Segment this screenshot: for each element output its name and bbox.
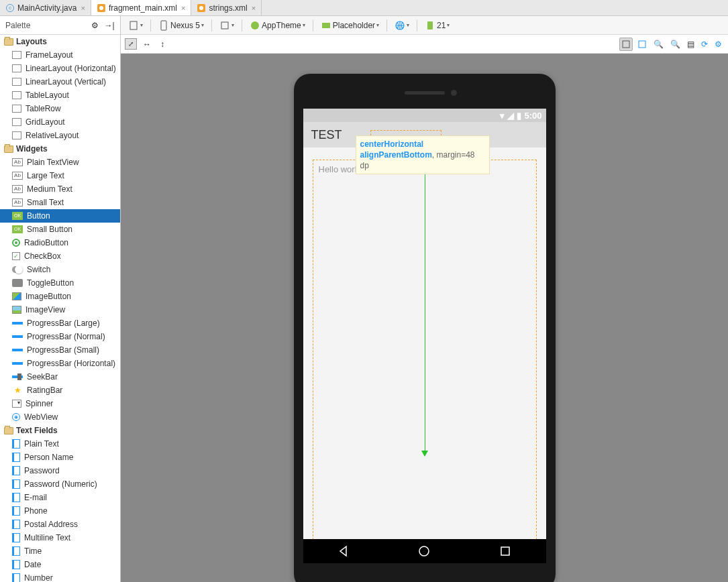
palette-item[interactable]: TableRow: [0, 102, 120, 115]
item-label: Multiline Text: [24, 533, 70, 542]
button-icon: OK: [12, 225, 23, 233]
palette-item[interactable]: TableLayout: [0, 89, 120, 102]
palette-item[interactable]: RadioButton: [0, 236, 120, 249]
svg-rect-1: [161, 21, 166, 30]
design-toolbar-2: ⤢ ↔ ↕ 🔍 🔍 ▤ ⟳ ⚙: [121, 35, 728, 54]
item-label: Large Text: [27, 171, 64, 180]
device-screen[interactable]: ▾ ◢ ▮ 5:00 TEST centerHorizontal alignPa…: [303, 109, 546, 563]
zoom-fit-icon[interactable]: ▤: [685, 38, 696, 51]
widget-icon: [12, 453, 20, 462]
align-h-icon[interactable]: ↔: [140, 38, 154, 51]
back-icon[interactable]: [337, 544, 350, 558]
palette-group[interactable]: Layouts: [0, 35, 120, 48]
palette-item[interactable]: ★RatingBar: [0, 384, 120, 397]
gear-icon[interactable]: ⚙: [89, 20, 100, 31]
check-icon: ✓: [12, 252, 20, 260]
item-label: Person Name: [24, 453, 73, 462]
widget-icon: [12, 51, 21, 59]
zoom-out-icon[interactable]: 🔍: [668, 38, 682, 51]
palette-item[interactable]: Postal Address: [0, 518, 120, 531]
tab-fragment-main[interactable]: fragment_main.xml ×: [91, 0, 191, 15]
item-label: Button: [27, 211, 50, 221]
palette-item[interactable]: ToggleButton: [0, 276, 120, 290]
palette-item[interactable]: GridLayout: [0, 115, 120, 129]
palette-item[interactable]: Multiline Text: [0, 531, 120, 544]
folder-icon: [4, 146, 13, 153]
palette-item[interactable]: ProgressBar (Horizontal): [0, 357, 120, 370]
palette-item[interactable]: Time: [0, 544, 120, 558]
device-dropdown[interactable]: Nexus 5▾: [155, 18, 207, 33]
blueprint-view-button[interactable]: [635, 38, 649, 51]
widget-icon: [12, 493, 20, 502]
home-icon[interactable]: [417, 544, 431, 558]
palette-item[interactable]: FrameLayout: [0, 48, 120, 62]
app-title: TEST: [311, 128, 342, 142]
editor-tabs: c MainActivity.java × fragment_main.xml …: [0, 0, 728, 16]
palette-item[interactable]: Password (Numeric): [0, 477, 120, 491]
widget-icon: [12, 506, 20, 516]
palette-item[interactable]: OKSmall Button: [0, 223, 120, 236]
palette-item[interactable]: E-mail: [0, 491, 120, 504]
palette-item[interactable]: OKButton: [0, 209, 120, 223]
palette-item[interactable]: Date: [0, 558, 120, 571]
zoom-in-icon[interactable]: 🔍: [652, 38, 666, 51]
render-mode-button[interactable]: ▾: [125, 18, 146, 33]
palette-item[interactable]: AbMedium Text: [0, 182, 120, 196]
palette-group[interactable]: Widgets: [0, 142, 120, 156]
palette-item[interactable]: RelativeLayout: [0, 129, 120, 142]
widget-icon: [12, 91, 21, 99]
align-v-icon[interactable]: ↕: [157, 38, 168, 51]
design-canvas[interactable]: ▾ ◢ ▮ 5:00 TEST centerHorizontal alignPa…: [121, 54, 728, 582]
palette-item[interactable]: ImageView: [0, 303, 120, 316]
palette-item[interactable]: Switch: [0, 263, 120, 276]
palette-item[interactable]: ImageButton: [0, 290, 120, 303]
close-icon[interactable]: ×: [252, 4, 256, 12]
theme-dropdown[interactable]: AppTheme▾: [246, 18, 309, 33]
palette-item[interactable]: Spinner: [0, 397, 120, 410]
orientation-button[interactable]: ▾: [216, 18, 238, 33]
palette-item[interactable]: Person Name: [0, 451, 120, 464]
design-view-button[interactable]: [619, 38, 633, 51]
palette-item[interactable]: AbSmall Text: [0, 196, 120, 209]
svg-rect-2: [221, 22, 228, 29]
collapse-icon[interactable]: →|: [104, 20, 115, 31]
palette-item[interactable]: ProgressBar (Normal): [0, 330, 120, 343]
item-label: ProgressBar (Normal): [27, 332, 105, 341]
palette-item[interactable]: Number: [0, 571, 120, 582]
svg-rect-6: [427, 21, 433, 30]
gear-icon[interactable]: ⚙: [713, 38, 724, 51]
close-icon[interactable]: ×: [181, 4, 185, 12]
item-label: Number: [24, 573, 53, 582]
palette-item[interactable]: AbPlain TextView: [0, 156, 120, 169]
widget-icon: [12, 266, 23, 273]
palette-tree[interactable]: LayoutsFrameLayoutLinearLayout (Horizont…: [0, 35, 120, 582]
palette-item[interactable]: ProgressBar (Large): [0, 316, 120, 330]
palette-item[interactable]: AbLarge Text: [0, 169, 120, 182]
item-label: WebView: [24, 412, 58, 422]
refresh-icon[interactable]: ⟳: [699, 38, 710, 51]
layout-content[interactable]: centerHorizontal alignParentBottom, marg…: [303, 148, 546, 563]
preview-dropdown[interactable]: Placeholder▾: [317, 18, 382, 33]
palette-item[interactable]: LinearLayout (Horizontal): [0, 62, 120, 75]
api-dropdown[interactable]: 21▾: [421, 18, 453, 33]
locale-dropdown[interactable]: ▾: [391, 18, 413, 33]
tab-strings[interactable]: strings.xml ×: [191, 0, 262, 15]
palette-group[interactable]: Text Fields: [0, 424, 120, 437]
palette-item[interactable]: Password: [0, 464, 120, 477]
palette-item[interactable]: SeekBar: [0, 370, 120, 384]
palette-item[interactable]: ProgressBar (Small): [0, 343, 120, 357]
item-label: LinearLayout (Vertical): [25, 77, 106, 86]
widget-icon: [12, 78, 21, 86]
palette-item[interactable]: ◉WebView: [0, 410, 120, 424]
viewport-toggle[interactable]: ⤢: [125, 38, 137, 50]
palette-item[interactable]: ✓CheckBox: [0, 249, 120, 263]
item-label: Spinner: [25, 399, 53, 408]
palette-item[interactable]: LinearLayout (Vertical): [0, 75, 120, 89]
palette-item[interactable]: Plain Text: [0, 437, 120, 451]
recent-icon[interactable]: [499, 544, 512, 558]
palette-item[interactable]: Phone: [0, 504, 120, 518]
item-label: Plain Text: [24, 439, 59, 449]
group-label: Widgets: [16, 144, 48, 154]
tab-mainactivity[interactable]: c MainActivity.java ×: [0, 0, 91, 15]
close-icon[interactable]: ×: [81, 4, 85, 12]
